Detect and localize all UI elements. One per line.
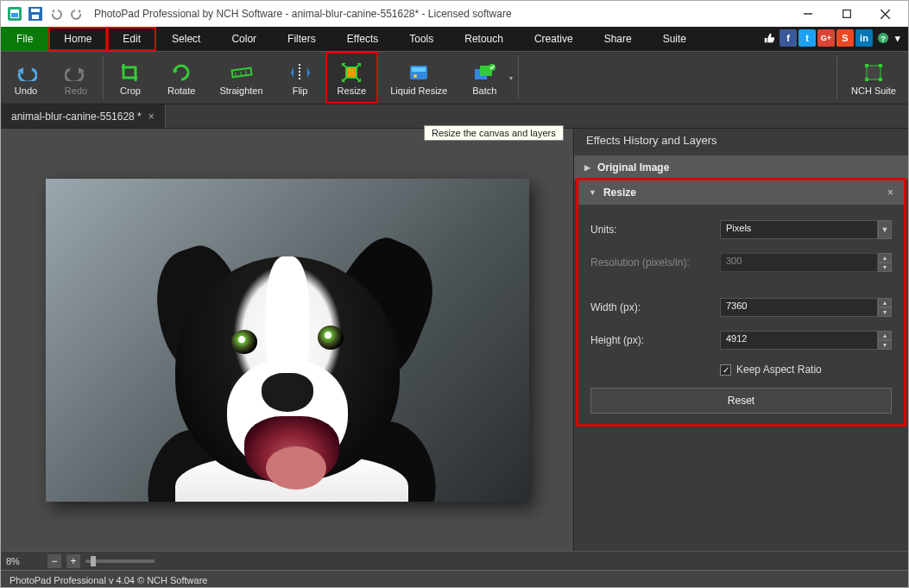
rotate-label: Rotate bbox=[167, 85, 195, 96]
nch-suite-label: NCH Suite bbox=[851, 85, 896, 96]
original-image-label: Original Image bbox=[597, 161, 669, 174]
menu-select[interactable]: Select bbox=[156, 27, 216, 51]
menu-retouch[interactable]: Retouch bbox=[449, 27, 519, 51]
save-icon[interactable] bbox=[26, 4, 45, 23]
close-button[interactable] bbox=[866, 1, 905, 27]
menu-creative[interactable]: Creative bbox=[519, 27, 589, 51]
svg-rect-24 bbox=[867, 66, 881, 79]
menu-suite[interactable]: Suite bbox=[647, 27, 702, 51]
batch-icon bbox=[472, 60, 496, 85]
collapse-icon: ▶ bbox=[584, 163, 590, 172]
nch-suite-button[interactable]: NCH Suite bbox=[839, 52, 908, 104]
status-bar: PhotoPad Professional v 4.04 © NCH Softw… bbox=[1, 570, 908, 588]
redo-icon[interactable] bbox=[67, 4, 86, 23]
rotate-icon bbox=[169, 60, 193, 85]
resolution-label: Resolution (pixels/in): bbox=[590, 256, 720, 269]
resize-icon bbox=[339, 60, 363, 85]
redo-label: Redo bbox=[65, 85, 87, 96]
document-tab-label: animal-blur-canine-551628 * bbox=[11, 111, 142, 123]
menu-tools[interactable]: Tools bbox=[394, 27, 449, 51]
zoom-in-button[interactable]: + bbox=[66, 554, 80, 568]
nch-suite-icon bbox=[862, 60, 886, 85]
checkbox-icon: ✓ bbox=[720, 364, 731, 376]
crop-label: Crop bbox=[120, 85, 141, 96]
units-label: Units: bbox=[590, 224, 720, 236]
resolution-spinner: ▲▼ bbox=[878, 253, 892, 272]
height-input[interactable]: 4912 bbox=[720, 331, 878, 350]
redo-button[interactable]: Redo bbox=[51, 52, 101, 104]
flip-button[interactable]: Flip bbox=[275, 52, 325, 104]
straighten-label: Straighten bbox=[219, 85, 262, 96]
like-icon[interactable] bbox=[761, 29, 778, 47]
batch-button[interactable]: Batch bbox=[459, 52, 509, 104]
resize-panel: ▼ Resize × Units: Pixels ▼ Resolution (p… bbox=[576, 178, 906, 427]
menu-file[interactable]: File bbox=[1, 27, 48, 51]
width-input[interactable]: 7360 bbox=[720, 298, 878, 317]
menu-effects[interactable]: Effects bbox=[331, 27, 394, 51]
resolution-input: 300 bbox=[720, 253, 878, 272]
canvas-area[interactable]: Resize the canvas and layers bbox=[1, 129, 573, 551]
units-select[interactable]: Pixels bbox=[720, 220, 878, 239]
svg-rect-26 bbox=[879, 64, 882, 67]
keep-aspect-checkbox[interactable]: ✓ Keep Aspect Ratio bbox=[720, 364, 822, 376]
svg-rect-12 bbox=[231, 67, 251, 77]
svg-rect-5 bbox=[32, 15, 39, 19]
expand-icon: ▼ bbox=[589, 188, 597, 197]
batch-label: Batch bbox=[472, 85, 496, 96]
resize-tooltip: Resize the canvas and layers bbox=[424, 125, 564, 141]
help-icon[interactable]: ? bbox=[874, 29, 892, 47]
menu-color[interactable]: Color bbox=[216, 27, 272, 51]
flip-icon bbox=[288, 60, 312, 85]
liquid-resize-icon bbox=[407, 60, 431, 85]
undo-button[interactable]: Undo bbox=[1, 52, 51, 104]
redo-icon bbox=[64, 60, 88, 85]
twitter-icon[interactable]: t bbox=[799, 29, 816, 47]
svg-rect-25 bbox=[865, 64, 868, 67]
menu-edit[interactable]: Edit bbox=[107, 27, 156, 51]
original-image-bar[interactable]: ▶ Original Image bbox=[574, 155, 908, 180]
svg-text:?: ? bbox=[881, 34, 886, 43]
flip-label: Flip bbox=[293, 85, 308, 96]
straighten-button[interactable]: Straighten bbox=[207, 52, 275, 104]
facebook-icon[interactable]: f bbox=[780, 29, 797, 47]
svg-rect-7 bbox=[843, 10, 850, 18]
maximize-button[interactable] bbox=[827, 1, 866, 27]
svg-rect-4 bbox=[31, 9, 40, 12]
resize-label: Resize bbox=[338, 85, 367, 96]
resize-title: Resize bbox=[603, 187, 636, 199]
liquid-resize-label: Liquid Resize bbox=[390, 85, 447, 96]
zoom-out-button[interactable]: − bbox=[47, 554, 61, 568]
rotate-button[interactable]: Rotate bbox=[155, 52, 207, 104]
minimize-button[interactable] bbox=[788, 1, 827, 27]
resize-bar[interactable]: ▼ Resize × bbox=[578, 180, 904, 205]
undo-icon bbox=[14, 60, 38, 85]
straighten-icon bbox=[230, 60, 254, 85]
linkedin-icon[interactable]: in bbox=[855, 29, 873, 47]
menu-share[interactable]: Share bbox=[589, 27, 647, 51]
stumble-icon[interactable]: S bbox=[836, 29, 854, 47]
menu-filters[interactable]: Filters bbox=[272, 27, 331, 51]
units-dropdown-icon[interactable]: ▼ bbox=[878, 220, 892, 239]
googleplus-icon[interactable]: G+ bbox=[817, 29, 835, 47]
resize-button[interactable]: Resize bbox=[325, 52, 379, 104]
tab-close-icon[interactable]: × bbox=[148, 111, 155, 123]
liquid-resize-button[interactable]: Liquid Resize bbox=[378, 52, 459, 104]
svg-rect-19 bbox=[412, 67, 426, 72]
width-spinner[interactable]: ▲▼ bbox=[878, 298, 892, 317]
crop-button[interactable]: Crop bbox=[105, 52, 155, 104]
canvas-image bbox=[46, 179, 529, 502]
window-title: PhotoPad Professional by NCH Software - … bbox=[87, 8, 788, 20]
panel-close-icon[interactable]: × bbox=[887, 187, 893, 199]
batch-dropdown-icon[interactable]: ▾ bbox=[509, 52, 516, 104]
svg-rect-28 bbox=[879, 78, 882, 81]
reset-button[interactable]: Reset bbox=[590, 388, 892, 414]
zoom-percent: 8% bbox=[6, 556, 20, 566]
undo-icon[interactable] bbox=[47, 4, 66, 23]
help-dropdown-icon[interactable]: ▾ bbox=[893, 29, 902, 47]
height-spinner[interactable]: ▲▼ bbox=[878, 331, 892, 350]
menu-home[interactable]: Home bbox=[48, 27, 107, 51]
zoom-slider[interactable] bbox=[85, 560, 155, 563]
svg-rect-17 bbox=[346, 67, 357, 78]
document-tab[interactable]: animal-blur-canine-551628 * × bbox=[1, 104, 166, 128]
svg-point-20 bbox=[413, 74, 417, 78]
